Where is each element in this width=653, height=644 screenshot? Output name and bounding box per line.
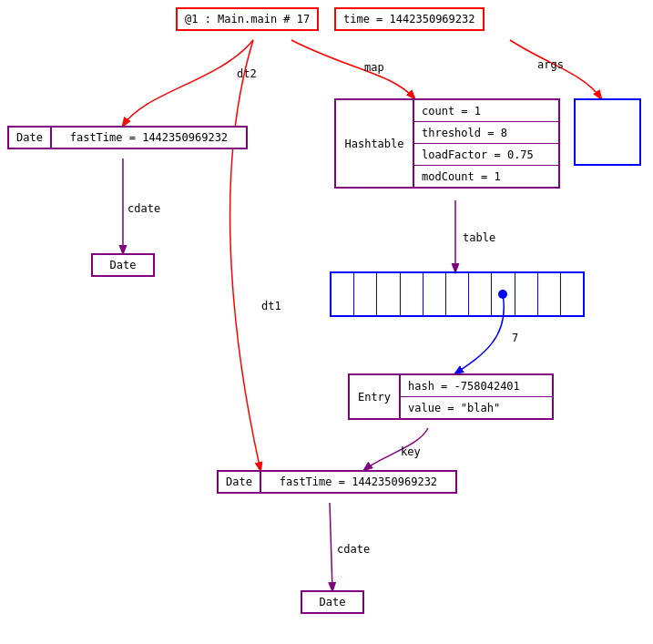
hashtable-count: count = 1 — [422, 105, 481, 118]
hashtable-node: Hashtable count = 1 threshold = 8 loadFa… — [334, 98, 560, 189]
main-label: @1 : Main.main # 17 — [185, 13, 310, 26]
date4-label: Date — [320, 596, 346, 608]
entry-value: value = "blah" — [408, 402, 500, 414]
main-node: @1 : Main.main # 17 — [176, 7, 319, 31]
time-label: time = 1442350969232 — [343, 13, 475, 26]
date1-label-box: Date — [7, 126, 52, 149]
date3-node: Date fastTime = 1442350969232 — [217, 470, 457, 494]
table-array — [330, 271, 585, 317]
hashtable-count-row: count = 1 — [414, 100, 558, 122]
svg-text:args: args — [537, 58, 564, 71]
args-box — [574, 98, 641, 166]
svg-text:table: table — [463, 231, 495, 244]
hashtable-loadfactor: loadFactor = 0.75 — [422, 148, 534, 161]
date2-box: Date — [91, 253, 155, 277]
svg-text:dt1: dt1 — [261, 300, 281, 312]
svg-text:7: 7 — [512, 332, 518, 344]
date3-label-box: Date — [217, 470, 261, 494]
date1-value-box: fastTime = 1442350969232 — [52, 126, 248, 149]
main-box: @1 : Main.main # 17 — [176, 7, 319, 31]
entry-label-box: Entry — [348, 373, 401, 420]
date3-value-box: fastTime = 1442350969232 — [261, 470, 457, 494]
svg-text:cdate: cdate — [128, 202, 160, 215]
hashtable-modcount: modCount = 1 — [422, 170, 501, 183]
entry-hash-row: hash = -758042401 — [401, 375, 552, 397]
date2-node: Date — [91, 253, 155, 277]
hashtable-threshold-row: threshold = 8 — [414, 122, 558, 144]
entry-label: Entry — [358, 391, 391, 404]
date4-box: Date — [301, 590, 364, 614]
svg-text:cdate: cdate — [337, 543, 370, 556]
entry-value-row: value = "blah" — [401, 397, 552, 418]
time-node: time = 1442350969232 — [334, 7, 485, 31]
date1-node: Date fastTime = 1442350969232 — [7, 126, 248, 149]
date3-value: fastTime = 1442350969232 — [280, 475, 437, 488]
date2-label: Date — [110, 259, 137, 271]
entry-node: Entry hash = -758042401 value = "blah" — [348, 373, 554, 420]
svg-text:dt2: dt2 — [237, 67, 257, 80]
hashtable-label: Hashtable — [344, 138, 403, 150]
date1-value: fastTime = 1442350969232 — [70, 131, 228, 144]
hashtable-loadfactor-row: loadFactor = 0.75 — [414, 144, 558, 166]
args-node — [574, 98, 641, 166]
date3-label: Date — [226, 475, 252, 488]
svg-text:map: map — [364, 61, 384, 74]
entry-hash: hash = -758042401 — [408, 380, 520, 393]
date4-node: Date — [301, 590, 364, 614]
hashtable-modcount-row: modCount = 1 — [414, 166, 558, 187]
time-box: time = 1442350969232 — [334, 7, 485, 31]
hashtable-threshold: threshold = 8 — [422, 127, 507, 139]
date1-label: Date — [16, 131, 43, 144]
svg-text:key: key — [401, 445, 421, 458]
hashtable-label-box: Hashtable — [334, 98, 414, 189]
